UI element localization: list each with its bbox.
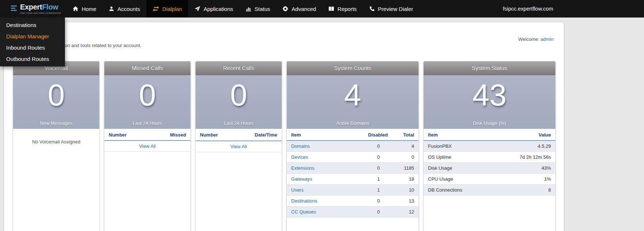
disabled-value: 0 (359, 196, 392, 207)
total-value: 18 (392, 174, 419, 185)
recent-calls-stat-label: Last 24 Hours (196, 120, 282, 126)
welcome-user-link[interactable]: admin (541, 36, 554, 42)
server-domain-text: fsipcc.expertflow.com (503, 6, 553, 12)
nav-label: Reports (338, 6, 357, 12)
table-row: CPU Usage 1% (424, 174, 555, 185)
missed-calls-stat-label: Last 24 Hours (104, 120, 190, 126)
system-status-table: Item Value FusionPBX 4.5.29 OS Uptime 7d… (424, 129, 555, 196)
count-item-link[interactable]: Users (291, 187, 304, 193)
disabled-value: 1 (359, 185, 392, 196)
card-recent-calls-title: Recent Calls (196, 61, 282, 75)
swap-arrows-icon (153, 6, 159, 12)
nav-item-dialplan[interactable]: Dialplan (146, 0, 188, 18)
book-icon (328, 6, 334, 12)
nav-item-applications[interactable]: Applications (188, 0, 239, 18)
card-system-counts-title: System Counts (287, 61, 419, 75)
status-value: 8 (492, 185, 555, 196)
card-missed-calls: Missed Calls 0 Last 24 Hours Number Miss… (104, 61, 190, 231)
card-recent-calls: Recent Calls 0 Last 24 Hours Number Date… (196, 61, 282, 231)
column-header: Total (392, 129, 419, 140)
menu-item-outbound-routes[interactable]: Outbound Routes (0, 53, 65, 65)
status-item: FusionPBX (424, 140, 492, 152)
logo[interactable]: ExpertFlow chat, voice and video contact… (11, 3, 66, 14)
table-row: Devices 0 0 (287, 152, 419, 163)
disabled-value: 0 (359, 163, 392, 174)
paper-plane-icon (194, 6, 200, 12)
status-value: 43% (492, 163, 555, 174)
system-status-stat-label: Disk Usage (%) (424, 120, 555, 126)
card-system-counts: System Counts 4 Active Domains Item Disa… (287, 61, 419, 231)
count-item-link[interactable]: Destinations (291, 198, 317, 204)
view-all-link[interactable]: View All (139, 143, 155, 149)
table-row: Disk Usage 43% (424, 163, 555, 174)
nav-label: Status (255, 6, 270, 12)
column-header: Disabled (359, 129, 392, 140)
total-value: 1185 (392, 163, 419, 174)
card-missed-calls-body: Number Missed View All (104, 129, 190, 231)
count-item-link[interactable]: CC Queues (291, 209, 316, 215)
dashboard-cards: Voicemail 0 New Messages No Voicemail As… (13, 61, 564, 231)
nav-label: Accounts (117, 6, 140, 12)
view-all-link[interactable]: View All (230, 144, 247, 149)
nav-item-accounts[interactable]: Accounts (103, 0, 146, 18)
recent-calls-table: Number Date/Time View All (196, 129, 282, 152)
nav-label: Home (82, 6, 96, 12)
page-header: Dashboard Quickly access information and… (4, 22, 564, 48)
main-nav: Home Accounts Dialplan Destinations Dial… (66, 0, 419, 18)
table-row: Gateways 1 18 (287, 174, 419, 185)
content-panel: Dashboard Quickly access information and… (4, 22, 564, 231)
count-item-link[interactable]: Extensions (291, 165, 315, 171)
status-value: 7d 2h 12m 56s (492, 152, 555, 163)
nav-item-advanced[interactable]: Advanced (276, 0, 322, 18)
count-item-link[interactable]: Devices (291, 154, 308, 160)
status-item: OS Uptime (424, 152, 492, 163)
total-value: 4 (392, 140, 419, 152)
nav-label: Applications (204, 6, 233, 12)
table-row: Users 1 10 (287, 185, 419, 196)
menu-item-inbound-routes[interactable]: Inbound Routes (0, 42, 65, 53)
bar-chart-icon (246, 6, 251, 12)
card-recent-calls-stat: 0 Last 24 Hours (196, 75, 282, 129)
navbar-inner: ExpertFlow chat, voice and video contact… (4, 0, 564, 18)
logo-text: ExpertFlow (20, 3, 58, 11)
nav-label: Dialplan (162, 6, 182, 12)
user-icon (109, 6, 114, 12)
table-row: CC Queues 0 12 (287, 207, 419, 217)
disk-usage-count: 43 (424, 75, 555, 110)
count-item-link[interactable]: Domains (291, 143, 310, 149)
column-header: Value (492, 129, 555, 140)
nav-item-reports[interactable]: Reports (322, 0, 363, 18)
welcome-text: Welcome: admin (518, 36, 554, 42)
disabled-value: 1 (359, 174, 392, 185)
status-item: Disk Usage (424, 163, 492, 174)
nav-item-status[interactable]: Status (239, 0, 277, 18)
column-header: Date/Time (250, 129, 282, 141)
phone-icon (369, 6, 375, 12)
card-recent-calls-body: Number Date/Time View All (196, 129, 282, 231)
menu-item-destinations[interactable]: Destinations (0, 19, 65, 31)
system-counts-table: Item Disabled Total Domains 0 4 Devices … (287, 129, 419, 217)
column-header: Item (424, 129, 492, 140)
navbar: ExpertFlow chat, voice and video contact… (0, 0, 644, 18)
table-row: OS Uptime 7d 2h 12m 56s (424, 152, 555, 163)
status-value: 1% (492, 174, 555, 185)
nav-item-home[interactable]: Home (66, 0, 103, 18)
voicemail-empty-message: No Voicemail Assigned (13, 129, 99, 145)
card-system-counts-body: Item Disabled Total Domains 0 4 Devices … (287, 129, 419, 231)
card-system-status-body: Item Value FusionPBX 4.5.29 OS Uptime 7d… (424, 129, 555, 231)
total-value: 0 (392, 152, 419, 163)
table-row: Domains 0 4 (287, 140, 419, 152)
menu-item-dialplan-manager[interactable]: Dialplan Manager (0, 31, 65, 42)
column-header: Number (104, 129, 149, 140)
table-row: DB Connections 8 (424, 185, 555, 196)
count-item-link[interactable]: Gateways (291, 176, 312, 182)
missed-calls-table: Number Missed View All (104, 129, 190, 152)
gear-icon (282, 6, 288, 12)
disabled-value: 0 (359, 207, 392, 217)
table-row: Extensions 0 1185 (287, 163, 419, 174)
nav-item-preview-dialer[interactable]: Preview Dialer (363, 0, 420, 18)
card-voicemail-body: No Voicemail Assigned (13, 129, 99, 231)
status-item: CPU Usage (424, 174, 492, 185)
total-value: 12 (392, 207, 419, 217)
welcome-label: Welcome: (518, 36, 539, 42)
